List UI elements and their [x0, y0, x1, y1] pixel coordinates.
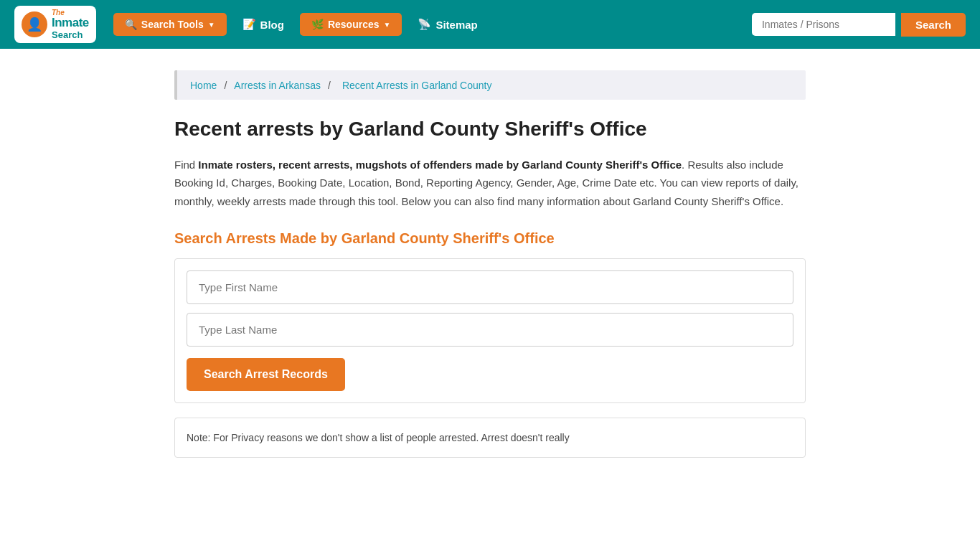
- search-form: Search Arrest Records: [174, 258, 806, 403]
- sitemap-label: Sitemap: [435, 19, 477, 31]
- search-tools-arrow-icon: ▼: [208, 21, 215, 29]
- search-section-title: Search Arrests Made by Garland County Sh…: [174, 230, 806, 247]
- resources-label: Resources: [328, 19, 380, 30]
- description-bold: Inmate rosters, recent arrests, mugshots…: [198, 159, 682, 171]
- navbar-search-area: Search: [752, 13, 966, 37]
- resources-button[interactable]: 🌿 Resources ▼: [300, 13, 402, 36]
- last-name-input[interactable]: [187, 313, 793, 347]
- logo-search-word: Search: [52, 30, 89, 40]
- note-box: Note: For Privacy reasons we don't show …: [174, 418, 806, 458]
- page-title: Recent arrests by Garland County Sheriff…: [174, 117, 806, 141]
- navbar-search-label: Search: [915, 19, 951, 31]
- first-name-input[interactable]: [187, 270, 793, 304]
- logo-link[interactable]: 👤 The Inmate Search: [14, 6, 96, 43]
- search-tools-label: Search Tools: [141, 19, 204, 30]
- blog-label: Blog: [260, 19, 284, 31]
- breadcrumb-current: Recent Arrests in Garland County: [342, 80, 492, 91]
- note-text: Note: For Privacy reasons we don't show …: [187, 430, 793, 446]
- sitemap-link[interactable]: 📡 Sitemap: [407, 12, 487, 37]
- description-intro: Find: [174, 159, 198, 171]
- blog-icon: 📝: [242, 18, 256, 31]
- resources-arrow-icon: ▼: [384, 21, 391, 29]
- breadcrumb-separator-2: /: [328, 80, 334, 91]
- sitemap-icon: 📡: [418, 18, 431, 31]
- logo-text: The Inmate Search: [52, 9, 89, 40]
- breadcrumb-home[interactable]: Home: [190, 80, 217, 91]
- search-tools-icon: 🔍: [125, 19, 137, 30]
- navbar: 👤 The Inmate Search 🔍 Search Tools ▼ 📝 B…: [0, 0, 980, 49]
- logo-box: 👤 The Inmate Search: [14, 6, 96, 43]
- search-arrest-label: Search Arrest Records: [204, 368, 328, 380]
- logo-inmate: Inmate: [52, 17, 89, 30]
- resources-icon: 🌿: [311, 19, 324, 30]
- main-content: Home / Arrests in Arkansas / Recent Arre…: [160, 49, 820, 479]
- blog-link[interactable]: 📝 Blog: [232, 12, 294, 37]
- page-description: Find Inmate rosters, recent arrests, mug…: [174, 156, 806, 211]
- breadcrumb-arkansas[interactable]: Arrests in Arkansas: [234, 80, 321, 91]
- breadcrumb: Home / Arrests in Arkansas / Recent Arre…: [174, 70, 806, 100]
- search-arrest-button[interactable]: Search Arrest Records: [187, 358, 345, 391]
- breadcrumb-separator-1: /: [225, 80, 230, 91]
- navbar-search-button[interactable]: Search: [901, 13, 966, 37]
- search-tools-button[interactable]: 🔍 Search Tools ▼: [113, 13, 227, 36]
- logo-icon: 👤: [22, 11, 47, 37]
- navbar-search-input[interactable]: [752, 13, 895, 36]
